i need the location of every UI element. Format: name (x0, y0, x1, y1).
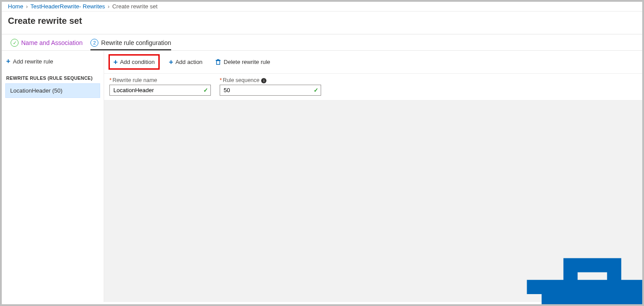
add-rewrite-rule-button[interactable]: + Add rewrite rule (5, 55, 100, 67)
wizard-steps: ✓ Name and Association 2 Rewrite rule co… (2, 34, 642, 51)
plus-icon: + (113, 58, 118, 66)
step-label: Name and Association (21, 39, 82, 46)
rule-name-label: *Rewrite rule name (109, 77, 211, 83)
step-label: Rewrite rule configuration (101, 39, 171, 46)
rule-canvas: If Click to configure this condition The… (104, 101, 642, 302)
rule-sequence-label: *Rule sequencei (220, 77, 321, 83)
trash-icon[interactable] (505, 289, 644, 306)
add-condition-button[interactable]: + Add condition (109, 54, 160, 70)
breadcrumb-home[interactable]: Home (8, 3, 23, 10)
info-icon[interactable]: i (261, 78, 266, 83)
valid-check-icon: ✓ (314, 87, 318, 93)
step-name-association[interactable]: ✓ Name and Association (11, 39, 82, 50)
valid-check-icon: ✓ (203, 87, 208, 93)
rule-sequence-input[interactable] (220, 85, 321, 96)
step-rewrite-config[interactable]: 2 Rewrite rule configuration (90, 39, 171, 50)
page-title: Create rewrite set (2, 11, 642, 34)
breadcrumb-sep: › (108, 3, 109, 10)
rules-list-header: REWRITE RULES (RULE SEQUENCE) (6, 75, 100, 81)
trash-icon (215, 59, 221, 65)
breadcrumb-current: Create rewrite set (112, 3, 157, 10)
breadcrumb-mid[interactable]: TestHeaderRewrite- Rewrites (30, 3, 105, 10)
check-icon: ✓ (11, 39, 19, 47)
breadcrumb: Home › TestHeaderRewrite- Rewrites › Cre… (2, 2, 642, 11)
button-label: Add rewrite rule (13, 58, 53, 65)
step-number-icon: 2 (90, 39, 98, 47)
rewrite-rule-name-input[interactable] (109, 85, 211, 96)
button-label: Delete rewrite rule (224, 59, 270, 65)
button-label: Add action (176, 59, 202, 65)
delete-rewrite-rule-button[interactable]: Delete rewrite rule (212, 57, 273, 67)
plus-icon: + (6, 58, 10, 65)
add-action-button[interactable]: + Add action (166, 56, 206, 67)
breadcrumb-sep: › (26, 3, 28, 10)
svg-rect-0 (217, 61, 220, 64)
plus-icon: + (169, 58, 173, 66)
button-label: Add condition (120, 59, 155, 65)
sidebar: + Add rewrite rule REWRITE RULES (RULE S… (2, 51, 104, 302)
toolbar: + Add condition + Add action Delete rewr… (104, 51, 642, 74)
rule-item-locationheader[interactable]: LocationHeader (50) (5, 83, 100, 98)
rule-form: *Rewrite rule name ✓ *Rule sequencei ✓ (104, 74, 642, 101)
